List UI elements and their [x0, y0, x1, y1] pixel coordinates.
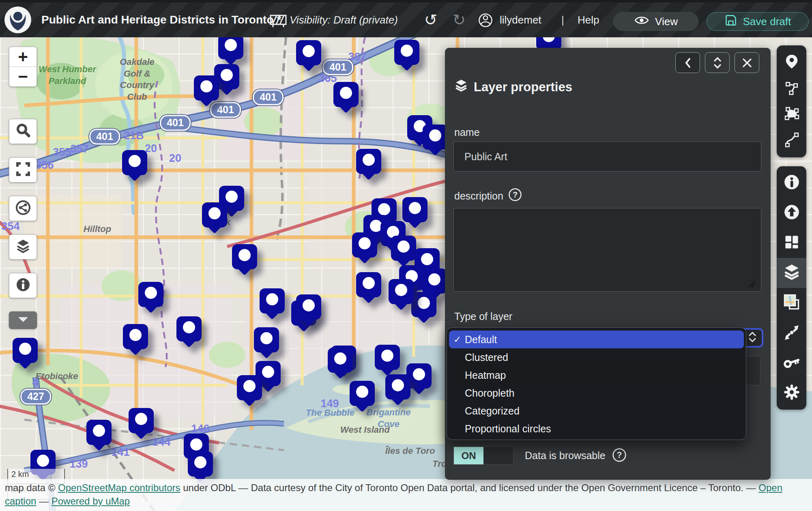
map-marker[interactable] — [389, 279, 414, 312]
draw-tools-group — [777, 45, 806, 157]
map-info-button[interactable] — [777, 168, 806, 198]
map-marker[interactable] — [254, 327, 279, 361]
user-avatar-icon[interactable] — [478, 13, 493, 30]
layer-description-textarea[interactable] — [453, 208, 761, 292]
attribution-bar: map data © OpenStreetMap contributors un… — [0, 479, 812, 511]
panel-close-button[interactable] — [735, 52, 759, 73]
map-marker[interactable] — [260, 288, 285, 322]
visibility-status[interactable]: Visibility: Draft (private) — [290, 2, 398, 37]
map-marker[interactable] — [194, 75, 219, 109]
toggle-off-half — [483, 447, 513, 464]
zoom-out-button[interactable]: − — [9, 67, 37, 86]
settings-button[interactable] — [777, 378, 806, 408]
help-icon[interactable]: ? — [606, 448, 627, 464]
layers-stack-icon — [783, 263, 801, 283]
map-marker[interactable] — [411, 292, 436, 325]
map-marker[interactable] — [356, 272, 381, 305]
map-marker[interactable] — [237, 375, 262, 408]
help-icon[interactable]: ? — [508, 188, 522, 204]
divider: | — [561, 2, 564, 37]
type-option[interactable]: Heatmap — [449, 366, 744, 384]
type-option[interactable]: ✓Default — [449, 331, 744, 348]
type-option[interactable]: Clustered — [449, 348, 744, 366]
curve-icon — [784, 132, 799, 149]
draw-polygon-button[interactable] — [777, 101, 806, 127]
map-marker[interactable] — [402, 197, 427, 230]
type-option[interactable]: Choropleth — [449, 384, 744, 402]
layers-icon — [15, 238, 31, 256]
draw-polyline-button[interactable] — [777, 75, 806, 101]
help-link[interactable]: Help — [578, 2, 599, 37]
panel-resize-button[interactable] — [705, 52, 730, 73]
save-icon — [724, 14, 737, 30]
save-button-label: Save draft — [743, 15, 791, 28]
map-marker[interactable] — [333, 82, 359, 115]
attribution-link[interactable]: OpenStreetMap contributors — [58, 482, 180, 493]
redo-button[interactable]: ↻ — [453, 2, 466, 37]
marker-icon — [784, 54, 799, 71]
map-marker[interactable] — [13, 338, 38, 371]
type-option[interactable]: Categorized — [449, 402, 744, 420]
center-map-button[interactable] — [777, 318, 806, 348]
map-marker[interactable] — [296, 40, 321, 73]
fullscreen-button[interactable] — [9, 157, 37, 182]
share-button[interactable] — [9, 196, 37, 221]
import-data-button[interactable] — [777, 198, 806, 228]
svg-text:?: ? — [513, 190, 518, 199]
panel-tools-group — [777, 166, 806, 410]
view-button-label: View — [655, 15, 678, 28]
collapse-controls-button[interactable] — [9, 311, 37, 329]
map-marker[interactable] — [202, 202, 227, 236]
map-marker[interactable] — [391, 236, 416, 269]
map-marker[interactable] — [176, 316, 202, 350]
map-marker[interactable] — [86, 420, 112, 453]
username[interactable]: lilydemet — [500, 2, 541, 37]
map-marker[interactable] — [394, 40, 419, 73]
map-marker[interactable] — [232, 244, 257, 277]
permissions-button[interactable] — [777, 348, 806, 378]
zoom-control: + − — [9, 47, 37, 87]
fullscreen-icon — [15, 161, 31, 178]
attribution-segment: — — [36, 496, 51, 507]
draw-marker-button[interactable] — [777, 49, 806, 75]
map-marker[interactable] — [350, 381, 375, 414]
layers-button[interactable] — [9, 234, 37, 260]
type-of-layer-label: Type of layer — [454, 311, 512, 322]
draw-curve-button[interactable] — [777, 127, 806, 153]
data-browsable-toggle[interactable]: ON — [453, 447, 513, 465]
map-marker[interactable] — [218, 34, 243, 67]
map-marker[interactable] — [356, 149, 381, 182]
save-draft-button[interactable]: Save draft — [707, 12, 809, 31]
map-marker[interactable] — [129, 408, 154, 441]
eye-icon — [634, 15, 649, 29]
chevron-down-icon — [16, 316, 30, 325]
center-arrows-icon — [783, 324, 800, 342]
map-marker[interactable] — [375, 345, 400, 378]
view-button[interactable]: View — [613, 12, 698, 31]
attribution-link[interactable]: Powered by uMap — [52, 496, 130, 507]
map-marker[interactable] — [328, 348, 353, 381]
map-marker[interactable] — [423, 125, 448, 158]
undo-button[interactable]: ↺ — [424, 2, 437, 37]
layer-name-input[interactable] — [453, 142, 761, 172]
dashboard-button[interactable] — [777, 228, 806, 258]
gear-icon — [783, 383, 801, 403]
about-button[interactable] — [9, 273, 37, 298]
layer-properties-panel: Layer properties name description ? Type… — [445, 48, 771, 480]
change-tilelayer-button[interactable] — [777, 288, 806, 318]
zoom-in-button[interactable]: + — [9, 47, 37, 67]
map-marker[interactable] — [352, 232, 377, 266]
search-button[interactable] — [9, 119, 37, 144]
manage-layers-button[interactable] — [777, 258, 806, 288]
umap-logo[interactable] — [4, 6, 31, 33]
map-marker[interactable] — [122, 150, 147, 183]
browsable-row: ON Data is browsable ? — [453, 447, 627, 465]
type-option[interactable]: Proportional circles — [449, 420, 744, 438]
map-marker[interactable] — [123, 324, 148, 357]
panel-back-button[interactable] — [675, 52, 700, 73]
map-marker[interactable] — [138, 282, 163, 315]
map-marker[interactable] — [385, 374, 410, 408]
map-marker[interactable] — [296, 294, 321, 328]
polyline-icon — [784, 80, 799, 97]
map-title[interactable]: Public Art and Heritage Districts in Tor… — [41, 2, 281, 37]
